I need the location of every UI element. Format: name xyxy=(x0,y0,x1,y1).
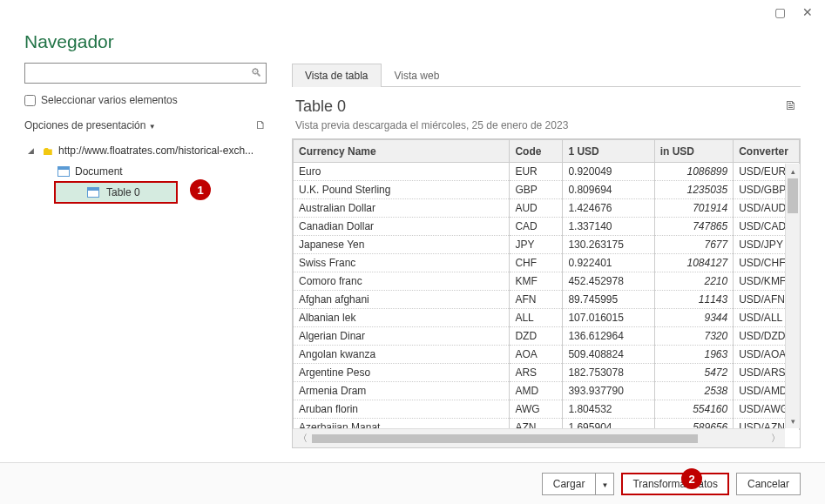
data-table: Currency Name Code 1 USD in USD Converte… xyxy=(293,139,800,430)
horizontal-scrollbar[interactable]: 〈 〉 xyxy=(293,428,785,447)
cell-code: CHF xyxy=(510,254,563,272)
chevron-down-icon: ▼ xyxy=(149,123,156,131)
source-tree: ◢ 🖿 http://www.floatrates.com/historical… xyxy=(24,140,267,203)
maximize-icon[interactable]: ▢ xyxy=(769,2,790,23)
scroll-down-icon[interactable]: ▾ xyxy=(786,413,800,428)
table-row[interactable]: Comoro francKMF452.4529782210USD/KMF xyxy=(294,272,800,291)
collapse-icon[interactable]: ◢ xyxy=(28,146,37,155)
scroll-left-icon[interactable]: 〈 xyxy=(293,432,312,445)
cell-inusd: 1235035 xyxy=(654,181,734,199)
table-row[interactable]: Japanese YenJPY130.2631757677USD/JPY xyxy=(294,236,800,254)
cell-usd: 182.753078 xyxy=(563,364,654,382)
search-box[interactable]: 🔍︎ xyxy=(24,63,267,84)
cell-usd: 452.452978 xyxy=(563,272,654,291)
cell-inusd: 5472 xyxy=(654,364,734,382)
col-converter[interactable]: Converter xyxy=(734,140,800,163)
table-row[interactable]: Aruban florinAWG1.804532554160USD/AWG xyxy=(294,400,800,419)
multi-select-checkbox[interactable]: Seleccionar varios elementos xyxy=(24,94,292,106)
table-row[interactable]: Armenia DramAMD393.9377902538USD/AMD xyxy=(294,382,800,400)
cell-usd: 0.922401 xyxy=(563,254,654,272)
cell-code: ALL xyxy=(510,309,563,327)
cell-usd: 107.016015 xyxy=(563,309,654,327)
table-row[interactable]: Angolan kwanzaAOA509.4088241963USD/AOA xyxy=(294,346,800,364)
cell-usd: 89.745995 xyxy=(563,291,654,309)
cell-usd: 1.337140 xyxy=(563,218,654,236)
tab-table-view[interactable]: Vista de tabla xyxy=(292,64,382,87)
scroll-up-icon[interactable]: ▴ xyxy=(786,164,800,178)
cell-name: Armenia Dram xyxy=(294,382,510,400)
load-button[interactable]: Cargar xyxy=(542,473,596,495)
col-inusd[interactable]: in USD xyxy=(654,140,734,163)
col-code[interactable]: Code xyxy=(510,140,563,163)
col-currency-name[interactable]: Currency Name xyxy=(294,140,510,163)
col-1usd[interactable]: 1 USD xyxy=(563,140,654,163)
table-row[interactable]: Argentine PesoARS182.7530785472USD/ARS xyxy=(294,364,800,382)
tree-document-node[interactable]: Document xyxy=(24,161,267,182)
cell-code: AUD xyxy=(510,199,563,218)
table-row[interactable]: Afghan afghaniAFN89.74599511143USD/AFN xyxy=(294,291,800,309)
close-icon[interactable]: ✕ xyxy=(797,2,818,23)
cell-name: Algerian Dinar xyxy=(294,327,510,346)
view-tabs: Vista de tabla Vista web xyxy=(292,63,801,87)
search-icon[interactable]: 🔍︎ xyxy=(251,66,262,79)
navigator-pane: 🔍︎ Seleccionar varios elementos Opciones… xyxy=(0,63,292,470)
cell-inusd: 7320 xyxy=(654,327,734,346)
cell-name: Comoro franc xyxy=(294,272,510,291)
tree-root-node[interactable]: ◢ 🖿 http://www.floatrates.com/historical… xyxy=(24,140,267,161)
cell-name: Swiss Franc xyxy=(294,254,510,272)
cell-inusd: 1086899 xyxy=(654,163,734,181)
scroll-right-icon[interactable]: 〉 xyxy=(766,432,785,445)
vertical-scrollbar[interactable]: ▴ ▾ xyxy=(785,164,800,428)
preview-title: Table 0 xyxy=(295,97,568,116)
table-row[interactable]: Algerian DinarDZD136.6129647320USD/DZD xyxy=(294,327,800,346)
display-options-dropdown[interactable]: Opciones de presentación ▼ xyxy=(24,119,156,131)
cell-usd: 0.920049 xyxy=(563,163,654,181)
table-icon xyxy=(87,187,99,198)
table-row[interactable]: Albanian lekALL107.0160159344USD/ALL xyxy=(294,309,800,327)
table-row[interactable]: EuroEUR0.9200491086899USD/EUR xyxy=(294,163,800,181)
tab-web-view[interactable]: Vista web xyxy=(382,64,453,87)
table-row[interactable]: Swiss FrancCHF0.9224011084127USD/CHF xyxy=(294,254,800,272)
cell-usd: 0.809694 xyxy=(563,181,654,199)
cell-code: JPY xyxy=(510,236,563,254)
cell-code: CAD xyxy=(510,218,563,236)
chevron-down-icon: ▼ xyxy=(601,481,608,489)
titlebar: ▢ ✕ xyxy=(0,0,825,24)
cell-inusd: 554160 xyxy=(654,400,734,419)
cell-name: Japanese Yen xyxy=(294,236,510,254)
tree-document-label: Document xyxy=(75,165,123,178)
multi-select-input[interactable] xyxy=(24,95,36,106)
export-icon[interactable]: 🗎 xyxy=(784,97,797,112)
cell-usd: 1.424676 xyxy=(563,199,654,218)
annotation-badge-1: 1 xyxy=(190,179,211,200)
cell-usd: 393.937790 xyxy=(563,382,654,400)
cell-inusd: 747865 xyxy=(654,218,734,236)
cell-code: AWG xyxy=(510,400,563,419)
cell-name: Australian Dollar xyxy=(294,199,510,218)
tree-table0-label: Table 0 xyxy=(106,186,140,198)
cell-code: EUR xyxy=(510,163,563,181)
cell-code: KMF xyxy=(510,272,563,291)
cell-inusd: 11143 xyxy=(654,291,734,309)
table-row[interactable]: U.K. Pound SterlingGBP0.8096941235035USD… xyxy=(294,181,800,199)
cell-name: Albanian lek xyxy=(294,309,510,327)
table-row[interactable]: Canadian DollarCAD1.337140747865USD/CAD xyxy=(294,218,800,236)
load-dropdown-button[interactable]: ▼ xyxy=(595,473,614,495)
cell-name: Euro xyxy=(294,163,510,181)
search-input[interactable] xyxy=(25,64,266,83)
transform-data-button[interactable]: Transformar datos xyxy=(621,473,729,495)
cancel-button[interactable]: Cancelar xyxy=(736,473,801,495)
cell-inusd: 701914 xyxy=(654,199,734,218)
table-icon xyxy=(57,166,70,177)
table-row[interactable]: Australian DollarAUD1.424676701914USD/AU… xyxy=(294,199,800,218)
hscroll-thumb[interactable] xyxy=(312,434,698,443)
dialog-title: Navegador xyxy=(24,31,801,52)
cell-name: Aruban florin xyxy=(294,400,510,419)
cell-usd: 136.612964 xyxy=(563,327,654,346)
scroll-thumb[interactable] xyxy=(788,178,798,213)
refresh-icon[interactable]: 🗋 xyxy=(255,118,267,131)
cell-usd: 1.804532 xyxy=(563,400,654,419)
cell-name: U.K. Pound Sterling xyxy=(294,181,510,199)
cell-inusd: 1963 xyxy=(654,346,734,364)
tree-table0-node[interactable]: Table 0 xyxy=(54,181,178,204)
